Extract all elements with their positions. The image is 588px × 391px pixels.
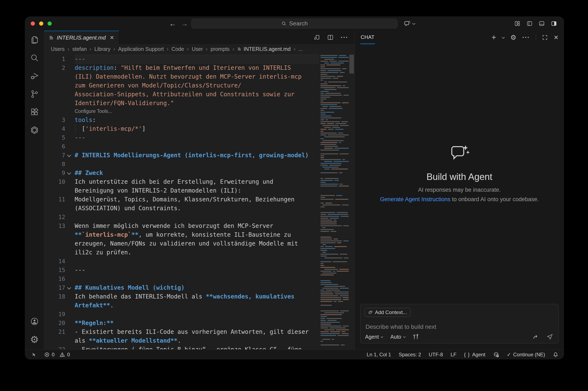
generate-agent-instructions-link[interactable]: Generate Agent Instructions — [380, 196, 451, 202]
code-line[interactable]: 15--- — [44, 266, 319, 275]
code-line[interactable]: 18Ich behandle das INTERLIS-Modell als *… — [44, 292, 319, 301]
code-line[interactable]: 1--- — [44, 55, 319, 64]
explorer-icon[interactable] — [25, 31, 44, 49]
search-sidebar-icon[interactable] — [25, 49, 44, 67]
tab-chat[interactable]: CHAT — [360, 31, 375, 44]
settings-gear-icon[interactable]: ⚙ — [25, 330, 44, 349]
code-line[interactable]: 3tools: — [44, 116, 319, 124]
code-line[interactable]: Artefakt**. — [44, 301, 319, 310]
breadcrumb-item[interactable]: User — [192, 46, 203, 52]
breadcrumb-item[interactable]: Library — [95, 46, 111, 52]
close-window-button[interactable] — [31, 21, 35, 26]
command-center-search[interactable]: Search — [191, 19, 397, 28]
customize-layout-icon[interactable] — [514, 21, 520, 26]
code-line[interactable]: 6 — [44, 142, 319, 151]
continue-extension-status[interactable]: ✓ Continue (NE) — [507, 352, 545, 358]
new-chat-icon[interactable]: + — [492, 34, 496, 41]
fold-chevron-icon[interactable] — [65, 151, 75, 160]
fold-chevron-icon[interactable] — [65, 169, 75, 178]
agent-mode-dropdown[interactable]: Agent — [365, 334, 383, 340]
minimap[interactable] — [319, 54, 349, 349]
copilot-status-icon[interactable] — [493, 352, 499, 358]
minimize-window-button[interactable] — [39, 21, 43, 26]
more-actions-icon[interactable]: ··· — [341, 34, 348, 41]
breadcrumb-item[interactable]: Application Support — [118, 46, 164, 52]
code-line[interactable]: 20**Regeln:** — [44, 319, 319, 327]
send-icon[interactable] — [546, 333, 553, 340]
code-line[interactable]: 4 ['interlis-mcp/*'] — [44, 124, 319, 133]
codelens-configure-tools[interactable]: Configure Tools... — [44, 108, 319, 116]
split-editor-icon[interactable] — [327, 34, 334, 41]
code-line[interactable]: (ILI) Datenmodellen. Nutzt bevorzugt den… — [44, 72, 319, 81]
breadcrumb-item[interactable]: Users — [51, 46, 65, 52]
tab-close-icon[interactable]: ✕ — [110, 34, 114, 41]
problems-button[interactable]: 0 0 — [44, 352, 70, 358]
add-context-button[interactable]: Add Context... — [365, 308, 411, 317]
editor-scrollbar[interactable] — [349, 54, 354, 349]
code-line[interactable]: 5--- — [44, 133, 319, 142]
encoding-setting[interactable]: UTF-8 — [429, 352, 443, 358]
breadcrumb-item[interactable]: prompts — [211, 46, 230, 52]
code-line[interactable]: 19 — [44, 310, 319, 319]
remote-indicator-icon[interactable] — [30, 352, 36, 358]
fold-chevron-icon[interactable] — [65, 283, 75, 292]
tools-icon[interactable] — [413, 334, 419, 340]
code-line[interactable]: 16 — [44, 275, 319, 283]
scrollbar-thumb[interactable] — [349, 55, 354, 74]
code-line[interactable]: 7# INTERLIS Modellierungs-Agent (interli… — [44, 151, 319, 160]
source-control-icon[interactable] — [25, 85, 44, 103]
code-line[interactable]: 9## Zweck — [44, 169, 319, 178]
eol-setting[interactable]: LF — [451, 352, 456, 358]
copilot-menu-button[interactable] — [404, 16, 415, 31]
notifications-bell-icon[interactable] — [553, 352, 559, 358]
code-line[interactable]: (ASSOCIATION) und Constraints. — [44, 204, 319, 213]
zoom-window-button[interactable] — [48, 21, 52, 26]
open-preview-icon[interactable] — [314, 34, 320, 41]
send-to-icon[interactable] — [532, 333, 539, 340]
breadcrumb-more[interactable]: ... — [298, 46, 303, 52]
code-line[interactable]: 10Ich unterstütze dich bei der Erstellun… — [44, 178, 319, 186]
accounts-icon[interactable] — [25, 312, 44, 330]
code-line[interactable]: ili2c zu prüfen. — [44, 248, 319, 257]
cursor-position[interactable]: Ln 1, Col 1 — [367, 352, 391, 358]
language-mode[interactable]: { } Agent — [464, 352, 485, 358]
close-panel-icon[interactable]: ✕ — [554, 34, 559, 41]
extensions-icon[interactable] — [25, 103, 44, 121]
tab-interlis-agent-md[interactable]: INTERLIS.agent.md ✕ — [44, 31, 119, 44]
code-line[interactable]: 11Modellgerüst, Topics, Domains, Klassen… — [44, 195, 319, 204]
toggle-primary-sidebar-icon[interactable] — [527, 21, 532, 26]
breadcrumb-item[interactable]: Code — [171, 46, 184, 52]
code-line[interactable]: Association-Snippets, Attributzeilen und… — [44, 90, 319, 99]
code-line[interactable]: 17## Kumulatives Modell (wichtig) — [44, 283, 319, 292]
chat-more-actions-icon[interactable]: ··· — [522, 34, 530, 41]
new-chat-dropdown-icon[interactable] — [502, 36, 504, 39]
code-line[interactable]: Identifier/FQN-Validierung." — [44, 99, 319, 108]
breadcrumb-file[interactable]: INTERLIS.agent.md — [237, 46, 291, 52]
code-line[interactable]: 21- Existiert bereits ILI-Code aus vorhe… — [44, 327, 319, 336]
toggle-secondary-sidebar-icon[interactable] — [551, 21, 557, 26]
breadcrumb-item[interactable]: stefan — [72, 46, 87, 52]
code-line[interactable]: 12 — [44, 213, 319, 222]
go-back-button[interactable]: ← — [169, 20, 176, 27]
chat-input-placeholder[interactable]: Describe what to build next — [365, 323, 436, 330]
go-forward-button[interactable]: → — [181, 20, 188, 27]
code-line[interactable]: zum Generieren von Model/Topic/Class/Str… — [44, 81, 319, 90]
code-line[interactable]: 14 — [44, 257, 319, 266]
code-line[interactable]: **`interlis-mcp`**, um korrekte, konsist… — [44, 230, 319, 239]
chat-input-box[interactable]: Add Context... Describe what to build ne… — [360, 304, 559, 343]
code-line[interactable]: erzeugen, Namen/FQNs zu validieren und v… — [44, 239, 319, 248]
code-line[interactable]: 2description: "Hilft beim Entwerfen und … — [44, 64, 319, 72]
maximize-panel-icon[interactable] — [542, 34, 548, 40]
model-picker-dropdown[interactable]: Auto — [390, 334, 405, 340]
code-area[interactable]: 1---2description: "Hilft beim Entwerfen … — [44, 54, 319, 349]
toggle-panel-icon[interactable] — [539, 21, 545, 26]
indentation-setting[interactable]: Spaces: 2 — [399, 352, 421, 358]
code-line[interactable]: 22- Erweiterungen („füge Topic B hinzu“,… — [44, 345, 319, 349]
editor[interactable]: 1---2description: "Hilft beim Entwerfen … — [44, 54, 354, 349]
code-line[interactable]: als **aktueller Modellstand**. — [44, 336, 319, 345]
hexagon-extension-icon[interactable] — [25, 121, 44, 139]
code-line[interactable]: 13Wenn immer möglich verwende ich bevorz… — [44, 222, 319, 230]
run-debug-icon[interactable] — [25, 67, 44, 85]
code-line[interactable]: Bereinigung von INTERLIS-2 Datenmodellen… — [44, 186, 319, 195]
code-line[interactable]: 8 — [44, 160, 319, 169]
